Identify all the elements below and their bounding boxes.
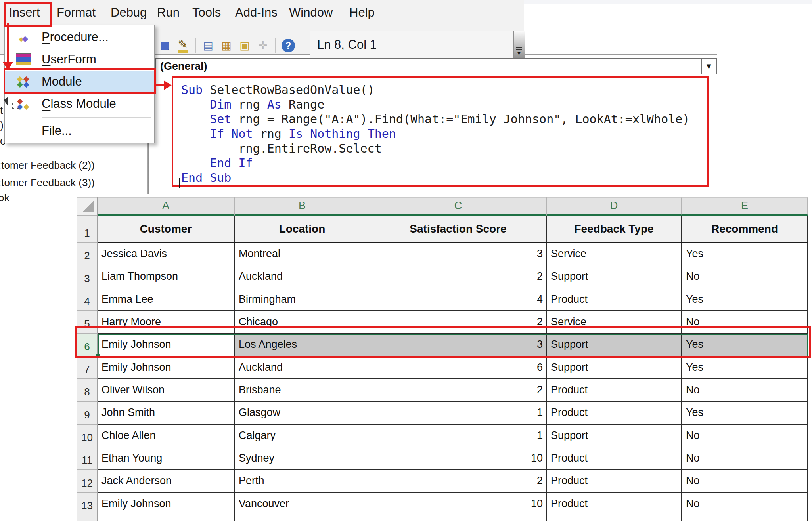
break-icon[interactable] — [157, 37, 172, 54]
cell[interactable]: Product — [547, 493, 682, 515]
cell[interactable]: Product — [547, 470, 682, 492]
cell[interactable]: Support — [547, 357, 682, 379]
menu-item-window[interactable]: Window — [289, 6, 333, 20]
cell[interactable]: Harry Moore — [98, 311, 235, 334]
menu-item-tools[interactable]: Tools — [192, 6, 221, 20]
cell[interactable]: Glasgow — [235, 402, 370, 424]
cell[interactable]: Auckland — [235, 265, 370, 288]
cell[interactable]: Product — [547, 447, 682, 470]
cell[interactable]: Yes — [682, 402, 808, 424]
cell[interactable]: John Smith — [98, 402, 235, 424]
cell[interactable]: Service — [547, 243, 682, 265]
cell[interactable]: No — [682, 379, 808, 402]
code-editor[interactable]: Sub SelectRowBasedOnValue() Dim rng As R… — [172, 76, 709, 187]
help-icon[interactable]: ? — [281, 37, 296, 54]
cell[interactable]: Yes — [682, 334, 808, 356]
insert-menu-item-userform[interactable]: UserForm — [5, 48, 154, 71]
row-header-2[interactable]: 2 — [77, 243, 98, 265]
cell[interactable]: 10 — [370, 493, 547, 515]
fill-handle[interactable] — [96, 354, 100, 358]
menu-item-addins[interactable]: Add-Ins — [235, 6, 278, 20]
header-cell[interactable]: Location — [235, 216, 370, 243]
cell[interactable]: 2 — [370, 265, 547, 288]
cell[interactable]: Jack Anderson — [98, 470, 235, 492]
row-header-3[interactable]: 3 — [77, 265, 98, 288]
column-header-e[interactable]: E — [682, 197, 808, 216]
header-cell[interactable]: Satisfaction Score — [370, 216, 547, 243]
row-header-9[interactable]: 9 — [77, 402, 98, 424]
insert-menu-item-file[interactable]: File... — [5, 120, 154, 142]
chevron-down-icon[interactable]: ▼ — [701, 59, 716, 74]
cell[interactable]: 4 — [370, 288, 547, 311]
row-header-6[interactable]: 6 — [77, 334, 98, 356]
row-header-8[interactable]: 8 — [77, 379, 98, 402]
cell[interactable]: Support — [547, 265, 682, 288]
cell[interactable]: Product — [547, 379, 682, 402]
cell[interactable]: 10 — [370, 447, 547, 470]
cell[interactable]: Vancouver — [235, 493, 370, 515]
cell[interactable]: Support — [547, 334, 682, 356]
row-header-5[interactable]: 5 — [77, 311, 98, 334]
cell[interactable]: Emily Johnson — [98, 334, 235, 356]
row-header-11[interactable]: 11 — [77, 447, 98, 470]
cell[interactable]: 2 — [370, 470, 547, 492]
cell[interactable]: 2 — [370, 379, 547, 402]
column-header-b[interactable]: B — [235, 197, 370, 216]
cell[interactable]: No — [682, 425, 808, 447]
project-explorer-icon[interactable]: ▤ — [201, 37, 216, 54]
cell[interactable]: Emma Lee — [98, 288, 235, 311]
cell[interactable]: Brisbane — [235, 379, 370, 402]
header-cell[interactable]: Feedback Type — [547, 216, 682, 243]
menu-item-debug[interactable]: Debug — [111, 6, 147, 20]
cell[interactable]: Birmingham — [235, 288, 370, 311]
column-header-d[interactable]: D — [547, 197, 682, 216]
menu-item-run[interactable]: Run — [157, 6, 180, 20]
menu-item-help[interactable]: Help — [349, 6, 375, 20]
cell[interactable]: Product — [547, 402, 682, 424]
cell[interactable]: Auckland — [235, 357, 370, 379]
object-browser-icon[interactable]: ▣ — [237, 37, 252, 54]
insert-menu-item-procedure[interactable]: ◆◆Procedure... — [5, 26, 154, 48]
cell[interactable]: Sydney — [235, 447, 370, 470]
cell[interactable]: Liam Thompson — [98, 265, 235, 288]
cell[interactable]: No — [682, 493, 808, 515]
row-header-13[interactable]: 13 — [77, 493, 98, 515]
object-selector-dropdown[interactable]: (General) ▼ — [155, 58, 717, 74]
row-header-12[interactable]: 12 — [77, 470, 98, 492]
row-header-7[interactable]: 7 — [77, 357, 98, 379]
cell[interactable]: 3 — [370, 334, 547, 356]
cell[interactable]: Los Angeles — [235, 334, 370, 356]
cell[interactable]: No — [682, 470, 808, 492]
cell[interactable]: No — [682, 265, 808, 288]
cell[interactable]: Yes — [682, 357, 808, 379]
row-header-4[interactable]: 4 — [77, 288, 98, 311]
cell[interactable]: Oliver Wilson — [98, 379, 235, 402]
cell[interactable]: Perth — [235, 470, 370, 492]
insert-menu-item-class-module[interactable]: ◆◆◆◆Class Module — [5, 93, 154, 115]
header-cell[interactable]: Customer — [98, 216, 235, 243]
cell[interactable]: Service — [547, 311, 682, 334]
column-header-a[interactable]: A — [98, 197, 235, 216]
row-header-10[interactable]: 10 — [77, 425, 98, 447]
select-all-corner[interactable] — [77, 197, 98, 216]
cell[interactable]: Calgary — [235, 425, 370, 447]
design-mode-icon[interactable]: ✎ — [175, 37, 190, 54]
cell[interactable]: No — [682, 447, 808, 470]
cell[interactable]: No — [682, 311, 808, 334]
cell[interactable]: Jessica Davis — [98, 243, 235, 265]
cell[interactable]: Montreal — [235, 243, 370, 265]
cell[interactable]: Emily Johnson — [98, 493, 235, 515]
row-header-1[interactable]: 1 — [77, 216, 98, 243]
cell[interactable]: Yes — [682, 288, 808, 311]
cell[interactable]: 1 — [370, 402, 547, 424]
cell[interactable]: Product — [547, 288, 682, 311]
cell[interactable]: 6 — [370, 357, 547, 379]
cell[interactable]: 2 — [370, 311, 547, 334]
cell[interactable]: Support — [547, 425, 682, 447]
cell[interactable]: Chloe Allen — [98, 425, 235, 447]
scrollbar-fragment[interactable]: ▼ — [513, 31, 525, 59]
properties-window-icon[interactable]: ▦ — [219, 37, 234, 54]
header-cell[interactable]: Recommend — [682, 216, 808, 243]
toolbox-icon[interactable]: ✛ — [255, 37, 270, 54]
cell[interactable]: Chicago — [235, 311, 370, 334]
